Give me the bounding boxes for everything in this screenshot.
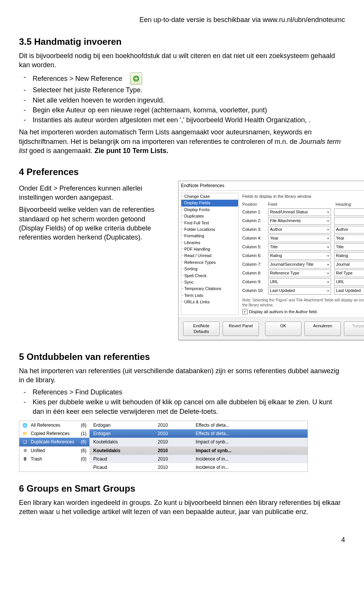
checkbox-icon[interactable]: ✓ bbox=[242, 309, 248, 314]
prefs-p1: Onder Edit > Preferences kunnen allerlei… bbox=[19, 184, 171, 202]
row-position: Column 5: bbox=[242, 244, 265, 250]
ref-row[interactable]: Erdogan2010Effects of dieta... bbox=[89, 429, 308, 438]
prefs-tree-item[interactable]: Find Full Text bbox=[181, 220, 238, 226]
field-dropdown[interactable]: URL bbox=[268, 278, 331, 286]
field-dropdown[interactable]: Read/Unread Status bbox=[268, 208, 331, 216]
nav-count: (1) bbox=[81, 431, 86, 437]
header-url-note: Een up-to-date versie is beschikbaar via… bbox=[19, 15, 345, 24]
nav-row[interactable]: 📁Copied References(1) bbox=[19, 429, 89, 438]
prefs-tree-item[interactable]: Temporary Citations bbox=[181, 285, 238, 292]
heading-input[interactable] bbox=[334, 208, 364, 216]
row-position: Column 2: bbox=[242, 218, 265, 224]
endnote-defaults-button[interactable]: EndNote Defaults bbox=[183, 322, 220, 336]
prefs-field-row: Column 9:URLURL bbox=[242, 278, 364, 286]
prefs-field-row: Column 1:Read/Unread Status bbox=[242, 208, 364, 216]
row-position: Column 1: bbox=[242, 209, 265, 215]
new-reference-plus-icon bbox=[130, 73, 142, 85]
prefs-tree-item[interactable]: Read / Unread bbox=[181, 252, 238, 259]
field-dropdown[interactable]: Author bbox=[268, 226, 331, 233]
ref-row[interactable]: Picaud2010Incidence of in... bbox=[89, 455, 308, 463]
col-heading: Heading bbox=[336, 202, 364, 207]
nav-row[interactable]: 🗑Trash(0) bbox=[19, 455, 89, 463]
cell-title: Incidence of in... bbox=[196, 464, 304, 470]
prefs-p2: Bijvoorbeeld welke velden van de referen… bbox=[19, 205, 171, 242]
heading-input[interactable] bbox=[334, 217, 364, 225]
prefs-tree-item[interactable]: Reference Types bbox=[181, 259, 238, 266]
nav-count: (6) bbox=[81, 439, 86, 445]
row-position: Column 8: bbox=[242, 270, 265, 276]
heading-input[interactable]: Ref Type bbox=[334, 270, 364, 277]
heading-input[interactable]: Year bbox=[334, 235, 364, 242]
col-field: Field bbox=[268, 202, 333, 207]
heading-input[interactable]: Last Updated bbox=[334, 287, 364, 295]
prefs-tree-item[interactable]: Sync bbox=[181, 279, 238, 285]
nav-label: Copied References bbox=[31, 431, 70, 437]
heading-input[interactable]: Rating bbox=[334, 252, 364, 260]
cell-title: Impact of synb... bbox=[196, 448, 304, 454]
field-dropdown[interactable]: Last Updated bbox=[268, 287, 331, 295]
dialog-title: EndNote Preferences bbox=[181, 183, 224, 189]
list-item: Niet alle velden hoeven te worden ingevu… bbox=[19, 96, 345, 105]
prefs-tree-item[interactable]: Spell Check bbox=[181, 273, 238, 279]
revert-panel-button[interactable]: Revert Panel bbox=[223, 322, 259, 336]
prefs-tree-item[interactable]: PDF Handling bbox=[181, 246, 238, 252]
prefs-tree-item[interactable]: Duplicates bbox=[181, 213, 238, 219]
heading-3-5: 3.5 Handmatig invoeren bbox=[19, 36, 345, 48]
prefs-tree-item[interactable]: Change Case bbox=[181, 193, 238, 200]
p-6-1: Een library kan worden ingedeeld in grou… bbox=[19, 498, 345, 517]
cell-title: Incidence of in... bbox=[196, 456, 304, 462]
list-item: References > Find Duplicates bbox=[19, 388, 345, 397]
endnote-preferences-dialog: EndNote Preferences ✕ Change CaseDisplay… bbox=[178, 181, 364, 340]
prefs-tree-item[interactable]: Sorting bbox=[181, 266, 238, 272]
cancel-button[interactable]: Annuleren bbox=[304, 322, 341, 336]
field-dropdown[interactable]: Journal/Secondary Title bbox=[268, 261, 331, 268]
ref-row[interactable]: Picaud2010Incidence of in... bbox=[89, 463, 308, 472]
ok-button[interactable]: OK bbox=[265, 322, 301, 336]
prefs-caption: Fields to display in the library window bbox=[242, 194, 364, 199]
ref-row[interactable]: Koutelidakis2010Impact of synb... bbox=[89, 438, 308, 446]
cell-year: 2010 bbox=[158, 456, 184, 462]
ref-row[interactable]: Erdogan2010Effects of dieta... bbox=[89, 421, 308, 429]
prefs-tree-item[interactable]: Folder Locations bbox=[181, 226, 238, 233]
heading-input[interactable]: Author bbox=[334, 226, 364, 233]
nav-count: (0) bbox=[81, 456, 86, 462]
duplicates-screenshot: 🌐All References(6)📁Copied References(1)❏… bbox=[19, 421, 308, 472]
checkbox-label: Display all authors in the Author field. bbox=[249, 309, 318, 315]
field-dropdown[interactable]: Reference Type bbox=[268, 270, 331, 277]
svg-rect-2 bbox=[134, 78, 138, 79]
prefs-tree[interactable]: Change CaseDisplay FieldsDisplay FontsDu… bbox=[181, 193, 238, 315]
nav-row[interactable]: 🌐All References(6) bbox=[19, 421, 89, 429]
prefs-tree-item[interactable]: Formatting bbox=[181, 233, 238, 239]
row-position: Column 9: bbox=[242, 279, 265, 285]
prefs-field-row: Column 5:TitleTitle bbox=[242, 243, 364, 251]
cell-author: Picaud bbox=[93, 456, 146, 462]
nav-row[interactable]: ⊘Unfiled(6) bbox=[19, 446, 89, 455]
prefs-tree-item[interactable]: Display Fonts bbox=[181, 207, 238, 213]
field-dropdown[interactable]: File Attachments bbox=[268, 217, 331, 225]
prefs-tree-item[interactable]: Display Fields bbox=[181, 200, 238, 206]
cell-author: Picaud bbox=[93, 464, 146, 470]
apply-button[interactable]: Toepassen bbox=[344, 322, 364, 336]
trash-icon: 🗑 bbox=[22, 456, 28, 462]
unfiled-icon: ⊘ bbox=[22, 448, 28, 453]
prefs-tree-item[interactable]: URLs & Links bbox=[181, 299, 238, 305]
field-dropdown[interactable]: Title bbox=[268, 243, 331, 251]
page-number: 4 bbox=[19, 535, 345, 544]
cell-year: 2010 bbox=[158, 448, 184, 454]
heading-input[interactable]: Journal bbox=[334, 261, 364, 268]
row-position: Column 10: bbox=[242, 288, 265, 293]
row-position: Column 7: bbox=[242, 262, 265, 267]
field-dropdown[interactable]: Rating bbox=[268, 252, 331, 260]
cell-year: 2010 bbox=[158, 464, 184, 470]
ref-row[interactable]: Koutelidakis2010Impact of synb... bbox=[89, 446, 308, 455]
prefs-tree-item[interactable]: Libraries bbox=[181, 240, 238, 246]
field-dropdown[interactable]: Year bbox=[268, 235, 331, 242]
heading-input[interactable]: Title bbox=[334, 243, 364, 251]
prefs-tree-item[interactable]: Term Lists bbox=[181, 292, 238, 299]
prefs-field-row: Column 6:RatingRating bbox=[242, 252, 364, 260]
cell-author: Erdogan bbox=[93, 422, 146, 428]
list-5: References > Find Duplicates Kies per du… bbox=[19, 388, 345, 416]
nav-row[interactable]: ❏Duplicate References(6) bbox=[19, 438, 89, 446]
heading-input[interactable]: URL bbox=[334, 278, 364, 286]
prefs-checkbox-row[interactable]: ✓ Display all authors in the Author fiel… bbox=[242, 309, 364, 315]
